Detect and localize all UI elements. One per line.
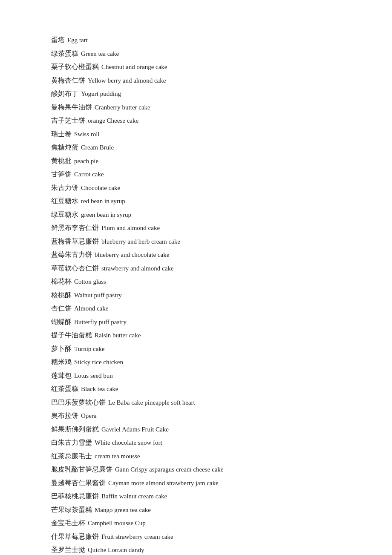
chinese-text: 红茶蛋糕 bbox=[51, 385, 78, 392]
chinese-text: 绿茶蛋糕 bbox=[51, 50, 78, 57]
list-item: 鲜果斯佛列蛋糕Gavriel Adams Fruit Cake bbox=[51, 423, 341, 435]
english-text: Chestnut and orange cake bbox=[101, 63, 167, 70]
english-text: Opera bbox=[81, 412, 97, 419]
english-text: Green tea cake bbox=[81, 50, 119, 57]
english-text: Cotton glass bbox=[74, 278, 106, 285]
english-text: Yogurt pudding bbox=[81, 90, 121, 97]
list-item: 白朱古力雪堡White chocolate snow fort bbox=[51, 437, 341, 449]
chinese-text: 巴巴乐菠萝软心饼 bbox=[51, 399, 106, 406]
list-item: 蓝莓朱古力饼blueberry and chocolate cake bbox=[51, 249, 341, 261]
english-text: Swiss roll bbox=[74, 131, 100, 138]
menu-list: 蛋塔Egg tart绿茶蛋糕Green tea cake栗子软心橙蛋糕Chest… bbox=[51, 34, 341, 555]
chinese-text: 黄桃批 bbox=[51, 157, 72, 164]
list-item: 甘笋饼Carrot cake bbox=[51, 168, 341, 180]
chinese-text: 鲜果斯佛列蛋糕 bbox=[51, 426, 99, 433]
english-text: Almond cake bbox=[74, 305, 108, 312]
chinese-text: 草莓软心杏仁饼 bbox=[51, 265, 99, 272]
list-item: 朱古力饼Chocolate cake bbox=[51, 182, 341, 194]
chinese-text: 棉花杯 bbox=[51, 278, 72, 285]
english-text: Chocolate cake bbox=[81, 184, 120, 191]
english-text: Baffin walnut cream cake bbox=[101, 493, 167, 500]
chinese-text: 提子牛油蛋糕 bbox=[51, 331, 92, 339]
english-text: White chocolate snow fort bbox=[95, 439, 162, 446]
english-text: Lotus seed bun bbox=[74, 372, 113, 379]
list-item: 圣罗兰士挞Quiche Lorrain dandy bbox=[51, 544, 341, 555]
list-item: 绿茶蛋糕Green tea cake bbox=[51, 48, 341, 60]
list-item: 蛋塔Egg tart bbox=[51, 34, 341, 46]
list-item: 金宝毛士杯Campbell mousse Cup bbox=[51, 517, 341, 529]
english-text: blueberry and chocolate cake bbox=[95, 251, 169, 258]
list-item: 曼梅果牛油饼Cranberry butter cake bbox=[51, 101, 341, 113]
list-item: 核桃酥Walnut puff pastry bbox=[51, 289, 341, 301]
chinese-text: 曼越莓杏仁果酱饼 bbox=[51, 479, 106, 486]
chinese-text: 蓝梅香草忌廉饼 bbox=[51, 238, 99, 245]
list-item: 吉子芝士饼orange Cheese cake bbox=[51, 115, 341, 127]
list-item: 糯米鸡Sticky rice chicken bbox=[51, 356, 341, 368]
chinese-text: 栗子软心橙蛋糕 bbox=[51, 63, 99, 70]
chinese-text: 金宝毛士杯 bbox=[51, 519, 85, 526]
chinese-text: 巴菲核桃忌廉饼 bbox=[51, 492, 99, 500]
chinese-text: 吉子芝士饼 bbox=[51, 117, 85, 124]
chinese-text: 杏仁饼 bbox=[51, 305, 72, 312]
chinese-text: 脆皮乳酪甘笋忌廉饼 bbox=[51, 466, 112, 473]
english-text: Turnip cake bbox=[74, 345, 105, 352]
english-text: Walnut puff pastry bbox=[74, 292, 122, 299]
list-item: 杏仁饼Almond cake bbox=[51, 302, 341, 314]
list-item: 黄梅杏仁饼Yellow berry and almond cake bbox=[51, 75, 341, 86]
list-item: 巴巴乐菠萝软心饼Le Baba cake pineapple soft hear… bbox=[51, 397, 341, 408]
english-text: green bean in syrup bbox=[81, 211, 131, 218]
chinese-text: 黄梅杏仁饼 bbox=[51, 77, 85, 84]
list-item: 萝卜酥Turnip cake bbox=[51, 343, 341, 355]
english-text: orange Cheese cake bbox=[88, 117, 138, 124]
english-text: Yellow berry and almond cake bbox=[88, 77, 166, 84]
english-text: Egg tart bbox=[67, 37, 88, 43]
chinese-text: 鲜黑布李杏仁饼 bbox=[51, 224, 99, 231]
list-item: 蓝梅香草忌廉饼blueberry and herb cream cake bbox=[51, 236, 341, 247]
list-item: 棉花杯Cotton glass bbox=[51, 276, 341, 288]
list-item: 曼越莓杏仁果酱饼Cayman more almond strawberry ja… bbox=[51, 477, 341, 489]
chinese-text: 莲茸包 bbox=[51, 372, 72, 379]
list-item: 红豆糖水red bean in syrup bbox=[51, 195, 341, 207]
list-item: 芒果绿茶蛋糕Mango green tea cake bbox=[51, 504, 341, 516]
english-text: Cranberry butter cake bbox=[95, 104, 150, 111]
chinese-text: 甘笋饼 bbox=[51, 170, 72, 178]
english-text: Gann Crispy asparagus cream cheese cake bbox=[115, 466, 223, 473]
english-text: peach pie bbox=[74, 158, 98, 164]
english-text: Raisin butter cake bbox=[95, 332, 141, 339]
list-item: 酸奶布丁Yogurt pudding bbox=[51, 88, 341, 100]
list-item: 什果草莓忌廉饼Fruit strawberry cream cake bbox=[51, 531, 341, 543]
chinese-text: 绿豆糖水 bbox=[51, 211, 78, 218]
chinese-text: 红豆糖水 bbox=[51, 197, 78, 204]
list-item: 巴菲核桃忌廉饼Baffin walnut cream cake bbox=[51, 490, 341, 502]
chinese-text: 曼梅果牛油饼 bbox=[51, 104, 92, 111]
list-item: 草莓软心杏仁饼strawberry and almond cake bbox=[51, 262, 341, 274]
chinese-text: 朱古力饼 bbox=[51, 184, 78, 191]
english-text: cream tea mousse bbox=[95, 453, 140, 460]
english-text: Cream Brule bbox=[81, 144, 114, 151]
chinese-text: 酸奶布丁 bbox=[51, 90, 78, 97]
english-text: Gavriel Adams Fruit Cake bbox=[101, 426, 169, 433]
english-text: Le Baba cake pineapple soft heart bbox=[108, 399, 195, 406]
chinese-text: 蓝莓朱古力饼 bbox=[51, 251, 92, 258]
english-text: blueberry and herb cream cake bbox=[101, 238, 180, 245]
english-text: Carrot cake bbox=[74, 171, 104, 178]
english-text: Plum and almond cake bbox=[101, 224, 160, 231]
english-text: Campbell mousse Cup bbox=[88, 520, 146, 526]
chinese-text: 白朱古力雪堡 bbox=[51, 439, 92, 446]
list-item: 瑞士卷Swiss roll bbox=[51, 128, 341, 140]
english-text: Black tea cake bbox=[81, 385, 118, 392]
english-text: strawberry and almond cake bbox=[101, 265, 174, 272]
chinese-text: 芒果绿茶蛋糕 bbox=[51, 506, 92, 513]
english-text: Sticky rice chicken bbox=[74, 359, 123, 365]
list-item: 鲜黑布李杏仁饼Plum and almond cake bbox=[51, 222, 341, 234]
list-item: 绿豆糖水green bean in syrup bbox=[51, 209, 341, 221]
list-item: 奥布拉饼Opera bbox=[51, 410, 341, 422]
chinese-text: 圣罗兰士挞 bbox=[51, 546, 85, 553]
chinese-text: 蝴蝶酥 bbox=[51, 318, 72, 325]
chinese-text: 焦糖炖蛋 bbox=[51, 144, 78, 151]
list-item: 焦糖炖蛋Cream Brule bbox=[51, 141, 341, 153]
english-text: Mango green tea cake bbox=[95, 506, 151, 513]
english-text: red bean in syrup bbox=[81, 198, 125, 204]
chinese-text: 红茶忌廉毛士 bbox=[51, 452, 92, 460]
chinese-text: 萝卜酥 bbox=[51, 345, 72, 352]
